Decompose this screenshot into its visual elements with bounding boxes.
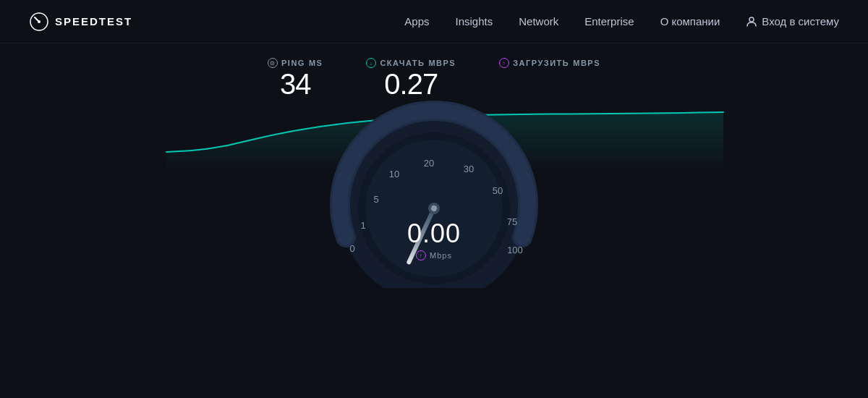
svg-text:5: 5 [373,194,378,205]
nav-apps[interactable]: Apps [404,15,429,27]
speed-display: 0.00 ↑ Mbps [407,219,461,261]
login-label: Вход в систему [762,15,839,27]
nav-about[interactable]: О компании [660,15,720,27]
svg-text:0: 0 [349,243,354,254]
svg-text:1: 1 [360,220,365,231]
logo[interactable]: SPEEDTEST [29,12,132,32]
speed-unit: ↑ Mbps [407,250,461,261]
main-content: ⊙ PING ms 34 ↓ СКАЧАТЬ Mbps 0.27 ↑ ЗАГРУ… [0,43,868,398]
upload-icon: ↑ [499,58,509,68]
speed-value: 0.00 [407,219,461,249]
svg-text:30: 30 [464,164,474,174]
speed-unit-label: Mbps [430,251,452,260]
download-label: ↓ СКАЧАТЬ Mbps [366,58,456,68]
svg-text:20: 20 [424,158,434,169]
svg-text:50: 50 [493,185,503,196]
svg-point-2 [749,17,754,22]
svg-text:10: 10 [389,169,399,179]
ping-value: 34 [280,68,311,100]
svg-text:100: 100 [507,245,523,255]
speed-unit-icon: ↑ [416,250,426,261]
download-icon: ↓ [366,58,376,68]
svg-text:75: 75 [507,216,517,227]
svg-point-1 [38,20,41,23]
nav-login[interactable]: Вход в систему [746,15,839,27]
ping-icon: ⊙ [268,58,278,68]
nav-network[interactable]: Network [519,15,558,27]
nav-enterprise[interactable]: Enterprise [584,15,634,27]
upload-label: ↑ ЗАГРУЗИТЬ Mbps [499,58,600,68]
nav-insights[interactable]: Insights [456,15,493,27]
user-icon [746,16,757,27]
logo-text: SPEEDTEST [55,15,132,27]
header: SPEEDTEST Apps Insights Network Enterpri… [0,0,868,43]
ping-label: ⊙ PING ms [268,58,323,68]
main-nav: Apps Insights Network Enterprise О компа… [404,15,839,27]
speedtest-logo-icon [29,12,49,32]
speedometer-container: 0 1 5 10 20 30 50 75 100 [311,85,557,288]
